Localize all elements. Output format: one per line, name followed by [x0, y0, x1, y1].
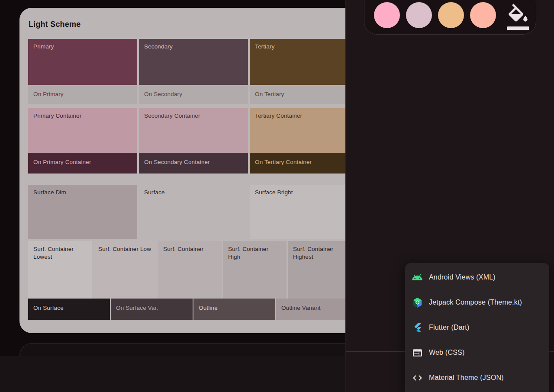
seed-swatch-tan[interactable]	[438, 2, 464, 28]
seed-swatch-pink[interactable]	[374, 2, 400, 28]
menu-item-jetpack-compose[interactable]: Jetpack Compose (Theme.kt)	[405, 290, 549, 315]
swatch-label: On Surface	[33, 305, 64, 311]
swatch-secondary-container[interactable]: Secondary Container	[139, 108, 248, 153]
swatch-label: Surface Dim	[33, 189, 66, 196]
swatch-label: On Secondary	[144, 91, 182, 97]
swatch-surface[interactable]: Surface	[139, 185, 248, 239]
swatch-on-secondary-container[interactable]: On Secondary Container	[139, 153, 248, 174]
seed-swatch-mauve[interactable]	[406, 2, 432, 28]
swatch-outline[interactable]: Outline	[193, 299, 275, 320]
code-brackets-icon	[412, 372, 423, 383]
menu-item-label: Android Views (XML)	[429, 273, 496, 281]
seed-swatch-salmon[interactable]	[470, 2, 496, 28]
menu-item-label: Jetpack Compose (Theme.kt)	[429, 299, 522, 306]
menu-item-material-theme[interactable]: Material Theme (JSON)	[405, 365, 549, 390]
swatch-label: Outline	[199, 305, 218, 311]
swatch-label: Primary Container	[33, 112, 81, 119]
swatch-secondary[interactable]: Secondary	[139, 39, 248, 85]
swatch-label: Surf. Container	[163, 245, 203, 253]
swatch-surface-dim[interactable]: Surface Dim	[28, 185, 137, 239]
swatch-label: Outline Variant	[281, 305, 321, 311]
swatch-label: Secondary Container	[144, 112, 200, 119]
swatch-label: On Tertiary Container	[255, 159, 312, 165]
menu-item-label: Flutter (Dart)	[429, 324, 469, 331]
swatch-label: Primary	[33, 43, 54, 50]
menu-item-android-views[interactable]: Android Views (XML)	[405, 265, 549, 290]
swatch-label: Tertiary Container	[255, 112, 302, 119]
swatch-label: Surf. Container High	[228, 245, 281, 261]
swatch-on-surface-variant[interactable]: On Surface Var.	[111, 299, 193, 320]
swatch-surface-container[interactable]: Surf. Container	[158, 241, 222, 299]
main-colors-row: Primary Secondary Tertiary	[28, 39, 345, 85]
swatch-on-primary-container[interactable]: On Primary Container	[28, 153, 137, 174]
swatch-label: Surf. Container Low	[98, 245, 151, 253]
fold-band	[0, 356, 345, 392]
side-panel: Android Views (XML) Jetpack Compose (The…	[345, 0, 554, 392]
web-icon	[412, 347, 423, 358]
menu-item-flutter[interactable]: Flutter (Dart)	[405, 315, 549, 340]
menu-item-web[interactable]: Web (CSS)	[405, 340, 549, 365]
swatch-on-tertiary-container[interactable]: On Tertiary Container	[250, 153, 345, 174]
swatch-outline-variant[interactable]: Outline Variant	[276, 299, 345, 320]
swatch-surface-bright[interactable]: Surface Bright	[250, 185, 345, 239]
swatch-label: Tertiary	[255, 43, 274, 50]
paint-bucket-icon[interactable]	[506, 3, 531, 31]
swatch-label: On Tertiary	[255, 91, 284, 97]
swatch-surface-container-highest[interactable]: Surf. Container Highest	[288, 241, 345, 299]
swatch-label: Surf. Container Highest	[293, 245, 345, 261]
flutter-icon	[412, 322, 423, 333]
swatch-label: On Primary Container	[33, 159, 91, 165]
swatch-tertiary-container[interactable]: Tertiary Container	[250, 108, 345, 153]
swatch-on-primary[interactable]: On Primary	[28, 86, 137, 104]
swatch-label: Secondary	[144, 43, 173, 50]
light-scheme-card: Light Scheme Primary Secondary Tertiary …	[19, 8, 345, 333]
swatch-label: Surface	[144, 189, 165, 196]
swatch-tertiary[interactable]: Tertiary	[250, 39, 345, 85]
light-scheme-title: Light Scheme	[29, 19, 345, 29]
swatch-label: On Secondary Container	[144, 159, 210, 165]
android-icon	[412, 272, 423, 283]
swatch-label: On Primary	[33, 91, 64, 97]
swatch-surface-container-low[interactable]: Surf. Container Low	[93, 241, 157, 299]
menu-item-label: Web (CSS)	[429, 349, 464, 357]
swatch-surface-container-lowest[interactable]: Surf. Container Lowest	[28, 241, 92, 299]
swatch-primary[interactable]: Primary	[28, 39, 137, 85]
menu-item-label: Material Theme (JSON)	[429, 374, 504, 382]
on-container-colors-row: On Primary Container On Secondary Contai…	[28, 153, 345, 174]
surface-container-row: Surf. Container Lowest Surf. Container L…	[28, 241, 345, 299]
swatch-label: Surf. Container Lowest	[33, 245, 87, 261]
swatch-primary-container[interactable]: Primary Container	[28, 108, 137, 153]
on-surface-row: On Surface On Surface Var. Outline Outli…	[28, 299, 345, 320]
swatch-on-secondary[interactable]: On Secondary	[139, 86, 248, 104]
seed-palette-bar	[364, 0, 536, 35]
swatch-on-surface[interactable]: On Surface	[28, 299, 110, 320]
swatch-surface-container-high[interactable]: Surf. Container High	[223, 241, 287, 299]
jetpack-compose-icon	[412, 297, 423, 308]
on-colors-row: On Primary On Secondary On Tertiary	[28, 85, 345, 104]
export-menu: Android Views (XML) Jetpack Compose (The…	[405, 263, 549, 392]
swatch-label: On Surface Var.	[116, 305, 158, 311]
surface-row: Surface Dim Surface Surface Bright	[28, 185, 345, 239]
container-colors-row: Primary Container Secondary Container Te…	[28, 108, 345, 153]
swatch-on-tertiary[interactable]: On Tertiary	[250, 86, 345, 104]
swatch-label: Surface Bright	[255, 189, 293, 196]
